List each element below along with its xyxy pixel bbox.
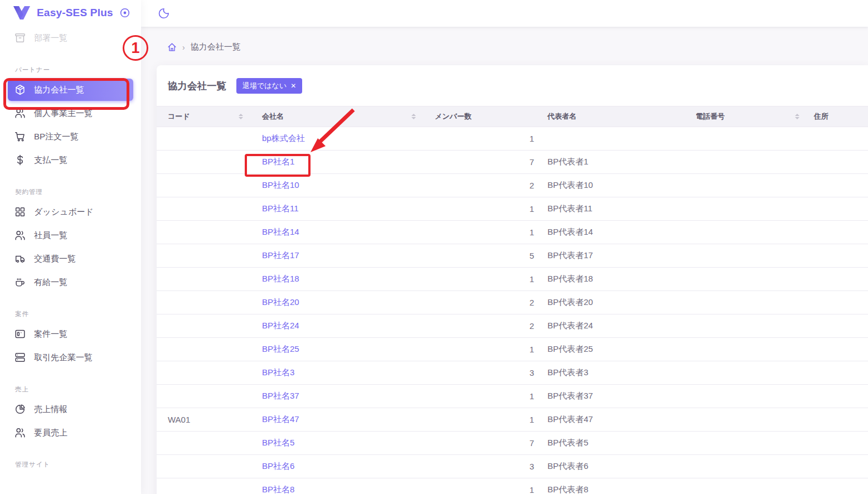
sidebar-nav: 部署一覧パートナー協力会社一覧個人事業主一覧BP注文一覧支払一覧契約管理ダッシュ… <box>0 25 141 469</box>
cell-code <box>157 385 251 408</box>
sidebar-item[interactable]: 支払一覧 <box>8 149 133 171</box>
sidebar-item-label: 売上情報 <box>34 404 67 415</box>
main-area: › 協力会社一覧 協力会社一覧 退場ではない ✕ コード会社名メンバー数代表者名… <box>141 0 868 494</box>
breadcrumb-current: 協力会社一覧 <box>191 42 241 52</box>
sidebar-item[interactable]: 有給一覧 <box>8 271 133 293</box>
cell-company-name: BP社名3 <box>251 361 424 385</box>
sidebar-item[interactable]: 社員一覧 <box>8 224 133 246</box>
column-header-address: 住所 <box>807 106 868 127</box>
content: › 協力会社一覧 協力会社一覧 退場ではない ✕ コード会社名メンバー数代表者名… <box>141 27 868 494</box>
filter-chip-close-icon[interactable]: ✕ <box>290 82 296 90</box>
card-icon <box>14 328 26 340</box>
company-link[interactable]: BP社名3 <box>262 367 294 377</box>
cell-code <box>157 432 251 455</box>
cell-phone <box>689 338 807 361</box>
sidebar-section-label: 契約管理 <box>15 188 141 196</box>
cell-representative: BP代表者10 <box>541 174 689 197</box>
sidebar-item-label: 要員売上 <box>34 428 67 438</box>
company-link[interactable]: BP社名20 <box>262 297 299 307</box>
company-link[interactable]: BP社名8 <box>262 485 294 494</box>
column-header-name[interactable]: 会社名 <box>251 106 424 127</box>
cell-address <box>807 455 868 478</box>
cell-code <box>157 338 251 361</box>
cell-code <box>157 244 251 268</box>
company-link[interactable]: BP社名1 <box>262 157 294 166</box>
cell-address <box>807 361 868 385</box>
company-link[interactable]: BP社名37 <box>262 391 299 400</box>
sidebar-item[interactable]: 部署一覧 <box>8 27 133 49</box>
cell-code <box>157 314 251 338</box>
cart-icon <box>14 130 26 143</box>
cell-member-count: 1 <box>424 268 541 291</box>
column-header-label: 会社名 <box>262 112 284 122</box>
company-link[interactable]: BP社名17 <box>262 250 299 260</box>
sidebar-item[interactable]: 個人事業主一覧 <box>8 102 133 124</box>
cell-member-count: 2 <box>424 174 541 197</box>
cell-member-count: 1 <box>424 408 541 432</box>
cell-address <box>807 268 868 291</box>
company-link[interactable]: BP社名5 <box>262 438 294 447</box>
sidebar-section-label: 管理サイト <box>15 461 141 469</box>
sidebar-item[interactable]: BP注文一覧 <box>8 125 133 148</box>
sort-icon[interactable] <box>795 114 801 119</box>
sidebar-item-label: BP注文一覧 <box>34 132 79 142</box>
company-link[interactable]: BP社名18 <box>262 274 299 283</box>
truck-icon <box>14 253 26 265</box>
company-link[interactable]: bp株式会社 <box>262 133 305 143</box>
cell-address <box>807 385 868 408</box>
company-table: コード会社名メンバー数代表者名電話番号住所 bp株式会社1BP社名17BP代表者… <box>157 106 868 494</box>
sidebar-item[interactable]: 取引先企業一覧 <box>8 346 133 369</box>
cell-phone <box>689 127 807 151</box>
breadcrumb-separator: › <box>182 43 185 52</box>
cell-representative: BP代表者25 <box>541 338 689 361</box>
table-row: BP社名33BP代表者3 <box>157 361 868 385</box>
sidebar-item-label: 個人事業主一覧 <box>34 108 93 119</box>
menu-pin-icon[interactable] <box>119 7 131 19</box>
server-icon <box>14 351 26 364</box>
company-link[interactable]: BP社名24 <box>262 321 299 330</box>
coffee-icon <box>14 276 26 288</box>
sidebar-section-label: 案件 <box>15 310 141 318</box>
sidebar-item[interactable]: 交通費一覧 <box>8 248 133 270</box>
company-link[interactable]: BP社名10 <box>262 180 299 190</box>
table-row: BP社名175BP代表者17 <box>157 244 868 268</box>
cell-representative: BP代表者5 <box>541 432 689 455</box>
sidebar-item[interactable]: 案件一覧 <box>8 323 133 345</box>
topbar <box>141 0 868 27</box>
column-header-code[interactable]: コード <box>157 106 251 127</box>
cell-company-name: BP社名14 <box>251 221 424 244</box>
company-link[interactable]: BP社名6 <box>262 461 294 471</box>
table-body: bp株式会社1BP社名17BP代表者1BP社名102BP代表者10BP社名111… <box>157 127 868 494</box>
sidebar-item[interactable]: ダッシュボード <box>8 201 133 223</box>
cell-address <box>807 221 868 244</box>
company-link[interactable]: BP社名47 <box>262 414 299 424</box>
filter-chip[interactable]: 退場ではない ✕ <box>236 78 302 94</box>
dark-mode-toggle-icon[interactable] <box>158 7 170 20</box>
table-header: コード会社名メンバー数代表者名電話番号住所 <box>157 106 868 127</box>
cell-company-name: BP社名24 <box>251 314 424 338</box>
table-row: BP社名371BP代表者37 <box>157 385 868 408</box>
cell-phone <box>689 221 807 244</box>
cell-representative: BP代表者17 <box>541 244 689 268</box>
table-row: BP社名102BP代表者10 <box>157 174 868 197</box>
sidebar-item[interactable]: 売上情報 <box>8 398 133 420</box>
sort-icon[interactable] <box>239 114 244 119</box>
cell-code <box>157 291 251 314</box>
table-row: BP社名63BP代表者6 <box>157 455 868 478</box>
cell-representative: BP代表者3 <box>541 361 689 385</box>
table-row: BP社名181BP代表者18 <box>157 268 868 291</box>
cell-phone <box>689 432 807 455</box>
card-header: 協力会社一覧 退場ではない ✕ <box>157 65 868 106</box>
table-row: bp株式会社1 <box>157 127 868 151</box>
sidebar-item[interactable]: 要員売上 <box>8 422 133 444</box>
company-link[interactable]: BP社名14 <box>262 227 299 236</box>
brand[interactable]: Easy-SES Plus <box>0 0 141 25</box>
cell-member-count: 3 <box>424 361 541 385</box>
column-header-phone[interactable]: 電話番号 <box>689 106 807 127</box>
home-icon[interactable] <box>167 42 177 52</box>
sort-icon[interactable] <box>411 114 417 119</box>
cell-company-name: BP社名10 <box>251 174 424 197</box>
company-link[interactable]: BP社名11 <box>262 204 299 213</box>
sidebar-item[interactable]: 協力会社一覧 <box>8 79 133 101</box>
company-link[interactable]: BP社名25 <box>262 344 299 353</box>
